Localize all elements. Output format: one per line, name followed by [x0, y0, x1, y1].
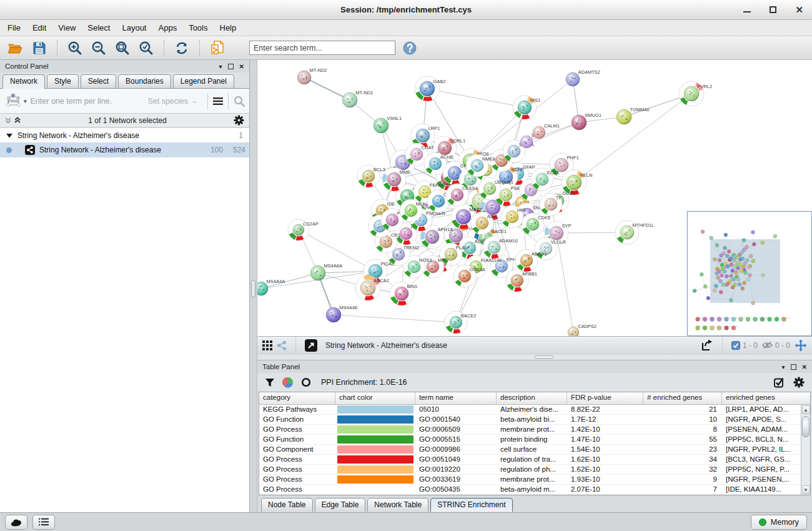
tab-network-table[interactable]: Network Table	[367, 498, 428, 512]
zoom-selected-button[interactable]	[137, 39, 156, 57]
table-row[interactable]: GO ProcessGO:0019220regulation of ph...1…	[259, 465, 810, 475]
panel-float-icon[interactable]	[791, 364, 796, 370]
zoom-out-button[interactable]	[89, 39, 108, 57]
panel-menu-icon[interactable]: ▾	[219, 63, 222, 70]
scroll-down-icon[interactable]: ▼	[802, 485, 810, 494]
network-node[interactable]: ECE1	[531, 168, 559, 191]
tab-node-table[interactable]: Node Table	[261, 498, 313, 512]
panel-close-icon[interactable]: ✕	[802, 364, 807, 370]
network-node[interactable]: MS4A6A	[310, 263, 342, 280]
automation-panel-button[interactable]	[5, 515, 27, 530]
panel-float-icon[interactable]	[228, 64, 234, 69]
collapse-expand-icons[interactable]	[5, 117, 21, 124]
network-canvas[interactable]: MT-ND2MT-ND1VSNL1GAB2ADAMTS2SMUG1TOMM40P…	[257, 60, 812, 336]
menu-item-edit[interactable]: Edit	[32, 23, 46, 32]
column-header-category[interactable]: category	[259, 392, 335, 404]
network-node[interactable]: MTHFD1L	[615, 221, 654, 244]
network-node[interactable]: ABCA7	[355, 275, 389, 300]
table-row[interactable]: GO ComponentGO:0009986cell surface1.54E-…	[259, 445, 810, 455]
search-input[interactable]	[249, 41, 395, 55]
select-all-checkbox-icon[interactable]	[774, 377, 785, 388]
task-history-button[interactable]	[32, 515, 55, 530]
string-logo[interactable]: STRING ▾	[4, 92, 27, 110]
export-network-icon[interactable]	[701, 339, 713, 352]
table-scrollbar[interactable]: ▲ ▼	[801, 405, 810, 495]
minimize-icon[interactable]	[743, 7, 751, 12]
string-query-input[interactable]	[31, 97, 148, 106]
menu-item-select[interactable]: Select	[87, 23, 110, 32]
tab-boundaries[interactable]: Boundaries	[118, 74, 171, 88]
grid-mode-icon[interactable]	[262, 340, 272, 350]
column-header-enriched-genes[interactable]: enriched genes	[722, 392, 810, 404]
column-header-description[interactable]: description	[497, 392, 567, 404]
zoom-fit-button[interactable]	[113, 39, 132, 57]
panel-menu-icon[interactable]: ▾	[782, 364, 785, 370]
birdseye-overview[interactable]	[687, 211, 812, 336]
menu-item-view[interactable]: View	[58, 23, 76, 32]
string-search-button[interactable]	[233, 95, 245, 107]
tab-network[interactable]: Network	[2, 74, 45, 89]
menu-item-apps[interactable]: Apps	[159, 23, 177, 32]
zoom-in-button[interactable]	[66, 39, 84, 57]
network-node[interactable]: BACE2	[445, 311, 476, 334]
import-network-button[interactable]	[208, 39, 227, 57]
donut-reset-icon[interactable]	[301, 377, 311, 387]
tab-string-enrichment[interactable]: STRING Enrichment	[430, 498, 512, 512]
help-button[interactable]	[400, 39, 419, 57]
table-row[interactable]: KEGG Pathways05010Alzheimer's dise...8.8…	[259, 405, 810, 415]
pie-chart-icon[interactable]	[282, 377, 294, 388]
memory-button[interactable]: Memory	[751, 515, 807, 530]
menu-item-file[interactable]: File	[7, 23, 21, 32]
splitter-handle[interactable]	[535, 355, 553, 359]
filter-icon[interactable]	[265, 378, 275, 387]
column-header-FDR-p-value[interactable]: FDR p-value	[567, 392, 643, 404]
network-node[interactable]: CD2AP	[288, 219, 319, 241]
table-row[interactable]: GO ProcessGO:0006509membrane prot...1.42…	[259, 425, 810, 435]
network-node[interactable]: PVRL2	[679, 81, 712, 106]
pan-tool-icon[interactable]	[795, 339, 807, 352]
table-splitter[interactable]	[257, 354, 812, 360]
column-header-term-name[interactable]: term name	[415, 392, 497, 404]
network-node[interactable]: TOMM40	[616, 107, 649, 124]
network-node[interactable]: BCL3	[357, 165, 385, 187]
close-icon[interactable]: ✕	[795, 7, 803, 13]
table-row[interactable]: GO ProcessGO:0050435beta-amyloid m...2.0…	[259, 485, 810, 495]
table-row[interactable]: GO ProcessGO:0033619membrane prot...1.93…	[259, 475, 810, 485]
open-in-window-icon[interactable]	[305, 339, 317, 352]
open-session-button[interactable]	[6, 39, 25, 57]
network-node[interactable]: ABCA1	[515, 249, 547, 272]
table-row[interactable]: GO FunctionGO:0005515protein binding1.47…	[259, 435, 810, 445]
network-node[interactable]: TF	[540, 193, 562, 216]
network-node[interactable]: APBB1	[506, 269, 537, 292]
network-node[interactable]: GAB2	[415, 76, 445, 101]
tab-edge-table[interactable]: Edge Table	[315, 498, 366, 512]
maximize-icon[interactable]	[770, 6, 776, 13]
network-collection-row[interactable]: String Network - Alzheimer's disease 1	[0, 128, 249, 142]
scroll-thumb[interactable]	[802, 416, 810, 437]
network-row-selected[interactable]: String Network - Alzheimer's disease 100…	[0, 142, 249, 157]
network-node[interactable]: ADAMTS2	[566, 69, 600, 86]
gear-icon[interactable]	[234, 115, 244, 126]
refresh-button[interactable]	[172, 39, 191, 57]
species-hint[interactable]: Set species →	[147, 97, 198, 106]
tree-expand-icon[interactable]	[6, 133, 12, 138]
save-session-button[interactable]	[30, 39, 49, 57]
table-row[interactable]: GO FunctionGO:0001540beta-amyloid bi...1…	[259, 415, 810, 425]
menu-item-layout[interactable]: Layout	[122, 23, 146, 32]
column-header-chart-color[interactable]: chart color	[335, 392, 415, 404]
tab-select[interactable]: Select	[81, 74, 116, 88]
tab-style[interactable]: Style	[47, 74, 79, 88]
table-row[interactable]: GO ProcessGO:0051049regulation of tra...…	[259, 455, 810, 465]
network-node[interactable]: MT-ND1	[342, 90, 373, 107]
string-options-button[interactable]	[212, 97, 224, 106]
network-node[interactable]: VSNL1	[374, 116, 402, 133]
network-node[interactable]: SMUG1	[572, 112, 602, 130]
menu-item-tools[interactable]: Tools	[189, 23, 207, 32]
column-header--enriched-genes[interactable]: # enriched genes	[643, 392, 722, 404]
menu-item-help[interactable]: Help	[220, 23, 237, 32]
network-node[interactable]: ADAM10	[483, 236, 518, 259]
network-node[interactable]: IRS1	[513, 96, 540, 119]
network-node[interactable]: BIN1	[390, 282, 417, 305]
scroll-up-icon[interactable]: ▲	[802, 405, 810, 414]
tab-legend-panel[interactable]: Legend Panel	[173, 74, 234, 88]
